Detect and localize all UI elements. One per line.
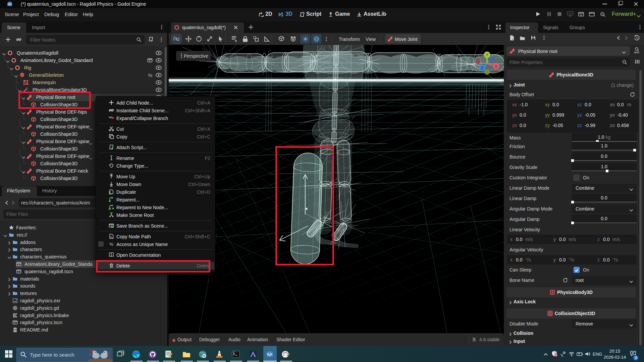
- svg-text:%: %: [109, 242, 113, 247]
- svg-text:C:\: C:\: [233, 351, 237, 353]
- svg-text:TXT: TXT: [13, 330, 17, 332]
- svg-text:X: X: [495, 64, 497, 68]
- svg-text:DOC: DOC: [634, 51, 640, 54]
- svg-text:Z: Z: [481, 66, 483, 70]
- svg-text:Y: Y: [486, 53, 488, 57]
